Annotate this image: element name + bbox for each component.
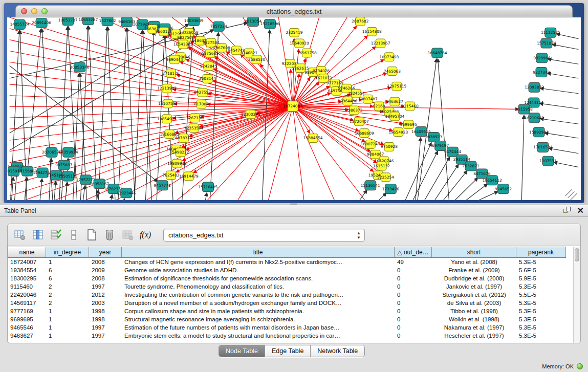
tab-network-table[interactable]: Network Table xyxy=(311,345,364,357)
network-canvas[interactable]: 1405572420891406100532371065328715276029… xyxy=(7,17,581,200)
table-cell: 1 xyxy=(46,324,89,332)
table-row[interactable]: 1938455462009Genome-wide association stu… xyxy=(8,267,573,275)
function-builder-icon[interactable]: f(x) xyxy=(138,228,153,242)
table-cell: Franke et al. (2009) xyxy=(432,267,516,275)
graph-node-label: 9884067 xyxy=(367,152,384,157)
graph-node-label: 17359924 xyxy=(59,150,78,155)
graph-node-label: 1527602 xyxy=(99,18,116,23)
graph-node-label: 15218596 xyxy=(260,21,280,26)
table-row[interactable]: 911546021997Tourette syndrome. Phenomeno… xyxy=(8,283,573,291)
memory-status-label: Memory: OK xyxy=(542,363,574,369)
table-row[interactable]: 1872400712008Changes of HCN gene express… xyxy=(8,258,573,267)
column-header-in_degree[interactable]: in_degree xyxy=(46,247,89,258)
graph-node-label: 16154808 xyxy=(362,29,382,34)
table-cell: Changes of HCN gene expression and I(f) … xyxy=(122,258,395,267)
table-cell: 2008 xyxy=(89,275,122,283)
delete-table-icon[interactable] xyxy=(102,228,117,242)
graph-node-label: 2087682 xyxy=(352,19,368,24)
table-cell: 0 xyxy=(395,291,432,299)
table-row[interactable]: 946362711997Embryonic stem cells: a mode… xyxy=(8,332,573,340)
table-cell: 1997 xyxy=(89,332,122,340)
table-cell: 9465546 xyxy=(8,324,46,332)
graph-node-label: 12213967 xyxy=(371,41,390,46)
graph-node-label: 11112575 xyxy=(541,30,560,35)
graph-node-label: 20891406 xyxy=(32,20,51,25)
column-header-pagerank[interactable]: pagerank xyxy=(516,247,566,258)
graph-node-label: 10053237 xyxy=(58,18,78,23)
column-header-year[interactable]: year xyxy=(89,247,122,258)
graph-node-label: 9242845 xyxy=(200,64,217,69)
graph-node-label: 15751074 xyxy=(537,41,556,46)
float-panel-icon[interactable] xyxy=(563,207,571,214)
table-cell: 1997 xyxy=(89,324,122,332)
table-cell: 5.3E-5 xyxy=(516,332,566,340)
select-all-icon[interactable] xyxy=(49,228,63,242)
tab-node-table[interactable]: Node Table xyxy=(219,345,265,357)
table-cell: 5.3E-5 xyxy=(516,308,566,316)
table-cell: Stergiakouli et al. (2012) xyxy=(432,291,516,299)
table-row[interactable]: 1830029562008Estimation of significance … xyxy=(8,275,573,283)
table-cell: 5.3E-5 xyxy=(516,299,566,308)
graph-node-label: 15136141 xyxy=(361,183,380,188)
graph-node-label: 8813054 xyxy=(245,19,262,24)
table-cell: 19384554 xyxy=(8,267,46,275)
table-row[interactable]: 2242004622012Investigating the contribut… xyxy=(8,291,573,299)
graph-node-label: 2325419 xyxy=(286,30,302,35)
table-body: 1872400712008Changes of HCN gene express… xyxy=(8,258,573,340)
vertical-scrollbar[interactable] xyxy=(573,247,580,343)
graph-node-label: 5498222 xyxy=(172,150,189,155)
table-row[interactable]: 946554611997Estimation of the future num… xyxy=(8,324,573,332)
graph-node-label: 3824554 xyxy=(347,91,364,96)
table-cell: 1 xyxy=(46,258,89,267)
network-window-titlebar[interactable]: citations_edges.txt xyxy=(15,5,573,17)
table-cell: 5.6E-5 xyxy=(516,267,566,275)
table-cell: Genome-wide association studies in ADHD. xyxy=(122,267,395,275)
graph-node-label: 19809948 xyxy=(167,161,187,166)
table-row[interactable]: 1456911722003Disruption of a novel membe… xyxy=(8,299,573,308)
table-settings-icon[interactable] xyxy=(13,228,27,242)
graph-node-label: 1621072 xyxy=(315,76,332,80)
graph-node-label: 12093872 xyxy=(525,85,544,90)
table-selector-combo[interactable]: citations_edges.txt ▲▼ xyxy=(163,229,365,242)
table-cell: Estimation of the future numbers of pati… xyxy=(122,324,395,332)
application-window: citations_edges.txt 14055724208914061005… xyxy=(0,0,588,372)
table-cell: Jankovic et al. (1997) xyxy=(432,283,516,291)
table-row[interactable]: 969969511998Structural magnetic resonanc… xyxy=(8,316,573,324)
table-cell: 49 xyxy=(395,258,432,267)
scrollbar-thumb[interactable] xyxy=(575,248,579,261)
graph-node-label: 7465063 xyxy=(384,69,401,74)
graph-node-label: 16409514 xyxy=(411,129,431,134)
network-view-window: citations_edges.txt 14055724208914061005… xyxy=(4,3,584,203)
column-header-title[interactable]: title xyxy=(122,247,395,258)
table-cell: 0 xyxy=(395,275,432,283)
table-row[interactable]: 977716911998Corpus callosum shape and si… xyxy=(8,308,573,316)
status-bar: Memory: OK xyxy=(542,363,583,369)
graph-node-label: 7386372 xyxy=(345,108,362,113)
table-toolbar: f(x) citations_edges.txt ▲▼ xyxy=(8,224,580,246)
table-cell: Estimation of significance thresholds fo… xyxy=(122,275,395,283)
graph-node-label: 9777169 xyxy=(326,81,343,85)
window-title: citations_edges.txt xyxy=(16,8,572,15)
graph-node-label: 9750928 xyxy=(381,144,398,149)
graph-node-label: 1107531 xyxy=(539,159,556,163)
table-cell: 22420046 xyxy=(8,291,46,299)
column-header-out_de[interactable]: △ out_de… xyxy=(395,247,432,258)
table-cell: 1998 xyxy=(89,308,122,316)
graph-node-label: 8427552 xyxy=(194,90,211,95)
clear-selection-icon[interactable] xyxy=(67,228,81,242)
column-header-name[interactable]: name xyxy=(8,247,46,258)
close-panel-icon[interactable]: ✕ xyxy=(577,207,584,214)
new-table-icon[interactable] xyxy=(84,228,99,242)
graph-node-label: 8878314 xyxy=(175,136,192,140)
graph-node-label: 18495704 xyxy=(385,114,404,119)
graph-node-label: 10973493 xyxy=(380,55,399,59)
column-visibility-icon[interactable] xyxy=(31,228,45,242)
table-cell: 1997 xyxy=(89,283,122,291)
graph-node-label: 12975115 xyxy=(387,84,406,89)
column-header-short[interactable]: short xyxy=(432,247,516,258)
table-cell: 2 xyxy=(46,299,89,308)
table-cell: 9115460 xyxy=(8,283,46,291)
tab-edge-table[interactable]: Edge Table xyxy=(265,345,311,357)
table-tab-bar: Node TableEdge TableNetwork Table xyxy=(219,345,365,357)
graph-node-label: 10653287 xyxy=(78,17,98,22)
